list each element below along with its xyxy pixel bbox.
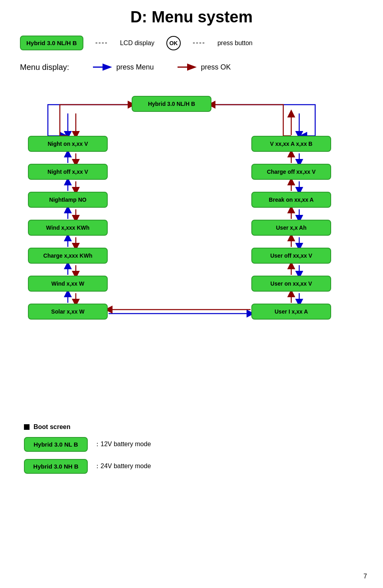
node-user-on: User on xx,xx V	[251, 276, 331, 292]
node-user-i: User I x,xx A	[251, 304, 331, 320]
legend-row: Hybrid 3.0 NL/H B ---- LCD display OK --…	[16, 36, 367, 50]
boot-item-2-box: Hybrid 3.0 NH B	[24, 459, 88, 474]
menu-display-label: Menu display:	[20, 63, 69, 72]
legend-dashes-2: ----	[193, 39, 205, 47]
boot-item-1: Hybrid 3.0 NL B ：12V battery mode	[24, 437, 367, 452]
menu-display-row: Menu display: press Menu press OK	[16, 62, 367, 72]
boot-item-2-desc: ：24V battery mode	[94, 462, 151, 471]
node-nightlamp: Nightlamp NO	[28, 192, 108, 208]
boot-item-2: Hybrid 3.0 NH B ：24V battery mode	[24, 459, 367, 474]
node-charge-kwh: Charge x,xxx KWh	[28, 248, 108, 264]
ok-circle: OK	[166, 36, 181, 50]
node-solar-w: Solar x,xx W	[28, 304, 108, 320]
press-menu-label: press Menu	[93, 62, 154, 72]
node-wind-kwh: Wind x,xxx KWh	[28, 220, 108, 236]
page-number: 7	[363, 573, 367, 580]
boot-item-1-box: Hybrid 3.0 NL B	[24, 437, 88, 452]
node-night-off: Night off x,xx V	[28, 164, 108, 180]
node-user-off: User off xx,xx V	[251, 248, 331, 264]
boot-section: Boot screen Hybrid 3.0 NL B ：12V battery…	[16, 423, 367, 474]
page-title: D: Menu system	[16, 8, 367, 26]
node-wind-w: Wind x,xx W	[28, 276, 108, 292]
boot-item-1-desc: ：12V battery mode	[94, 440, 151, 449]
press-ok-text: press OK	[201, 63, 231, 72]
legend-lcd-label: LCD display	[120, 40, 154, 47]
menu-diagram: Hybrid 3.0 NL/H B Night on x,xx V Night …	[16, 88, 367, 407]
legend-dashes-1: ----	[95, 39, 108, 47]
legend-hybrid-box: Hybrid 3.0 NL/H B	[20, 36, 83, 50]
press-ok-label: press OK	[178, 62, 231, 72]
node-break-on: Break on xx,xx A	[251, 192, 331, 208]
node-hybrid-top: Hybrid 3.0 NL/H B	[132, 96, 211, 112]
boot-screen-label: Boot screen	[34, 423, 70, 431]
boot-screen-title: Boot screen	[24, 423, 367, 431]
bullet-icon	[24, 424, 30, 430]
node-night-on: Night on x,xx V	[28, 136, 108, 152]
legend-button-label: press button	[217, 40, 253, 47]
node-user-ah: User x,x Ah	[251, 220, 331, 236]
press-menu-text: press Menu	[116, 63, 154, 72]
node-v-a-b: V xx,xx A x,xx B	[251, 136, 331, 152]
node-charge-off-v: Charge off xx,xx V	[251, 164, 331, 180]
